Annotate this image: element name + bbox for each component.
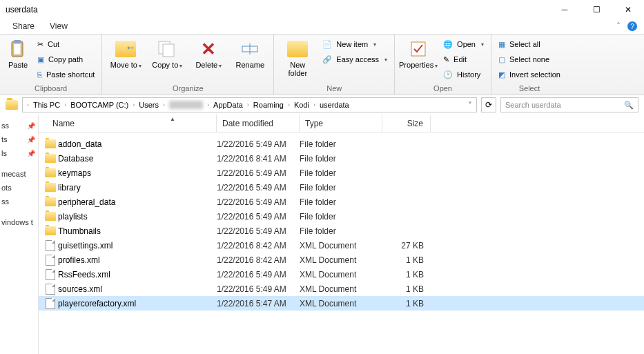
chevron-right-icon: › <box>26 101 30 108</box>
header-date[interactable]: Date modified <box>217 115 300 132</box>
search-box[interactable]: Search userdata 🔍 <box>500 97 638 112</box>
file-name: profiles.xml <box>58 255 217 265</box>
nav-pane[interactable]: ss📌ts📌ls📌mecastotsssvindows t <box>0 115 39 354</box>
file-date: 1/22/2016 5:49 AM <box>217 139 300 149</box>
tab-view[interactable]: View <box>50 21 68 34</box>
nav-item[interactable]: vindows t <box>0 215 38 229</box>
open-button[interactable]: 🌐Open▾ <box>440 37 487 51</box>
select-none-button[interactable]: ▢Select none <box>496 52 563 66</box>
breadcrumb-bar[interactable]: ›This PC›BOOTCAMP (C:)›Users›hidden›AppD… <box>22 97 477 112</box>
file-date: 1/22/2016 5:49 AM <box>217 270 300 279</box>
breadcrumb-item[interactable]: BOOTCAMP (C:) <box>69 101 130 109</box>
file-row[interactable]: playercorefactory.xml 1/22/2016 5:47 AM … <box>39 296 644 311</box>
help-icon[interactable]: ? <box>627 21 637 31</box>
file-type: File folder <box>300 154 382 164</box>
collapse-ribbon-icon[interactable]: ˄ <box>616 21 621 31</box>
file-type: File folder <box>300 183 382 193</box>
edit-button[interactable]: ✎Edit <box>440 52 487 66</box>
breadcrumb-item[interactable]: Kodi <box>293 101 311 109</box>
folder-icon <box>45 139 56 148</box>
nav-item[interactable]: ss📌 <box>0 119 38 132</box>
breadcrumb-item[interactable]: This PC <box>32 101 61 109</box>
file-type: XML Document <box>300 270 382 279</box>
file-row[interactable]: library 1/22/2016 5:49 AM File folder <box>39 180 644 195</box>
file-row[interactable]: peripheral_data 1/22/2016 5:49 AM File f… <box>39 195 644 209</box>
xml-file-icon <box>46 269 55 280</box>
address-row: ›This PC›BOOTCAMP (C:)›Users›hidden›AppD… <box>0 95 644 115</box>
file-date: 1/22/2016 5:49 AM <box>217 183 300 193</box>
group-organize: ← Move to▾ Copy to▾ ✕ Delete▾ Rename Org… <box>102 35 274 95</box>
easy-access-icon: 🔗 <box>322 55 332 64</box>
svg-rect-1 <box>14 43 21 55</box>
file-type: XML Document <box>300 284 382 294</box>
cut-button[interactable]: ✂Cut <box>35 37 97 51</box>
rename-icon <box>239 39 261 59</box>
history-icon: 🕑 <box>443 70 453 79</box>
new-item-icon: 📄 <box>322 40 332 49</box>
nav-item[interactable]: ls📌 <box>0 146 38 160</box>
shortcut-icon: ⎘ <box>37 70 42 79</box>
search-icon: 🔍 <box>624 101 634 110</box>
nav-item[interactable]: ots <box>0 181 38 195</box>
invert-selection-button[interactable]: ◩Invert selection <box>496 68 563 81</box>
file-row[interactable]: sources.xml 1/22/2016 5:49 AM XML Docume… <box>39 282 644 296</box>
file-date: 1/22/2016 5:49 AM <box>217 212 300 222</box>
header-size[interactable]: Size <box>382 115 431 132</box>
file-list: ▲ Name Date modified Type Size addon_dat… <box>39 115 644 354</box>
breadcrumb-item[interactable]: Users <box>137 101 160 109</box>
svg-rect-2 <box>14 40 21 43</box>
close-button[interactable]: ✕ <box>612 0 644 19</box>
move-to-button[interactable]: ← Move to▾ <box>106 36 145 72</box>
refresh-button[interactable]: ⟳ <box>481 97 496 112</box>
new-folder-button[interactable]: New folder <box>278 36 317 80</box>
folder-icon <box>45 226 56 235</box>
paste-button[interactable]: Paste <box>4 36 32 72</box>
easy-access-button[interactable]: 🔗Easy access▾ <box>320 52 390 66</box>
file-row[interactable]: keymaps 1/22/2016 5:49 AM File folder <box>39 166 644 180</box>
breadcrumb-item[interactable]: hidden <box>168 101 204 109</box>
file-row[interactable]: playlists 1/22/2016 5:49 AM File folder <box>39 209 644 224</box>
breadcrumb-item[interactable]: Roaming <box>252 101 285 109</box>
file-date: 1/22/2016 5:49 AM <box>217 168 300 178</box>
file-date: 1/22/2016 5:49 AM <box>217 197 300 207</box>
copy-path-button[interactable]: ▣Copy path <box>35 52 97 66</box>
file-row[interactable]: Database 1/22/2016 8:41 AM File folder <box>39 151 644 166</box>
file-type: XML Document <box>300 255 382 265</box>
file-size: 1 KB <box>382 255 431 265</box>
file-name: peripheral_data <box>58 197 217 207</box>
nav-item[interactable]: mecast <box>0 167 38 181</box>
folder-icon[interactable] <box>6 100 18 110</box>
file-row[interactable]: Thumbnails 1/22/2016 5:49 AM File folder <box>39 224 644 238</box>
paste-shortcut-button[interactable]: ⎘Paste shortcut <box>35 68 97 81</box>
rename-button[interactable]: Rename <box>231 36 269 72</box>
chevron-down-icon[interactable]: ˅ <box>464 101 476 110</box>
folder-icon <box>45 197 56 206</box>
file-row[interactable]: profiles.xml 1/22/2016 8:42 AM XML Docum… <box>39 253 644 267</box>
header-type[interactable]: Type <box>300 115 382 132</box>
breadcrumb-item[interactable]: userdata <box>318 101 351 109</box>
properties-button[interactable]: Properties▾ <box>399 36 438 72</box>
sort-indicator-icon: ▲ <box>170 116 175 122</box>
tab-share[interactable]: Share <box>12 21 35 34</box>
new-item-button[interactable]: 📄New item▾ <box>320 37 390 51</box>
scissors-icon: ✂ <box>37 40 43 49</box>
group-select: ▦Select all ▢Select none ◩Invert selecti… <box>491 35 567 95</box>
file-row[interactable]: addon_data 1/22/2016 5:49 AM File folder <box>39 137 644 151</box>
select-all-button[interactable]: ▦Select all <box>496 37 563 51</box>
file-name: playercorefactory.xml <box>58 299 217 308</box>
folder-icon <box>45 183 56 192</box>
file-type: File folder <box>300 197 382 207</box>
minimize-button[interactable]: ─ <box>549 0 580 19</box>
maximize-button[interactable]: ☐ <box>580 0 612 19</box>
history-button[interactable]: 🕑History <box>440 68 487 81</box>
nav-item[interactable]: ts📌 <box>0 132 38 146</box>
copy-to-button[interactable]: Copy to▾ <box>148 36 186 72</box>
breadcrumb-item[interactable]: AppData <box>212 101 244 109</box>
nav-item[interactable]: ss <box>0 195 38 208</box>
file-row[interactable]: guisettings.xml 1/22/2016 8:42 AM XML Do… <box>39 238 644 253</box>
file-row[interactable]: RssFeeds.xml 1/22/2016 5:49 AM XML Docum… <box>39 267 644 282</box>
file-date: 1/22/2016 8:41 AM <box>217 154 300 164</box>
delete-button[interactable]: ✕ Delete▾ <box>189 36 228 72</box>
header-name[interactable]: Name <box>39 115 217 132</box>
globe-icon: 🌐 <box>443 40 453 49</box>
